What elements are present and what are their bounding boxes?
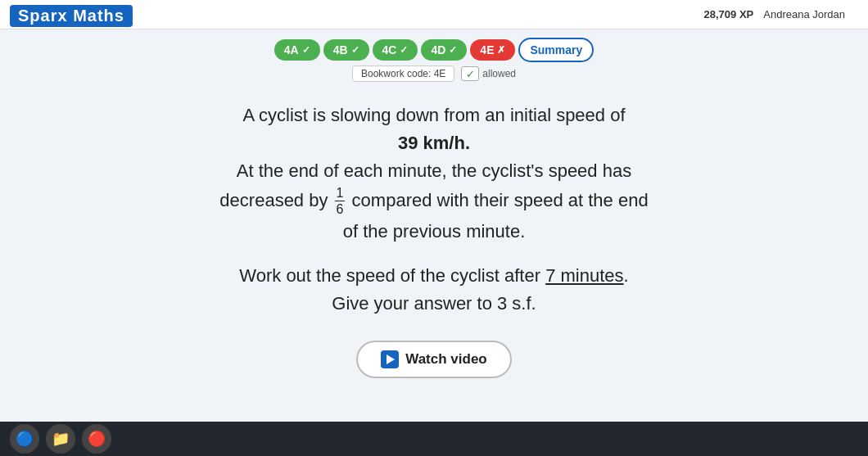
fraction-numerator: 1 bbox=[335, 185, 346, 201]
main-content: A cyclist is slowing down from an initia… bbox=[0, 82, 868, 378]
problem-line4-pre: decreased by bbox=[219, 190, 328, 210]
tab-4C-check: ✓ bbox=[400, 44, 408, 56]
tab-4C-label: 4C bbox=[382, 43, 397, 56]
bookwork-code: Bookwork code: 4E bbox=[352, 65, 454, 82]
tab-4C[interactable]: 4C ✓ bbox=[373, 39, 418, 61]
problem-text: A cyclist is slowing down from an initia… bbox=[219, 102, 648, 246]
tab-4B-check: ✓ bbox=[351, 44, 359, 56]
allowed-label: allowed bbox=[482, 68, 516, 79]
tab-4E-check: ✗ bbox=[497, 44, 505, 56]
user-display: Andreana Jordan bbox=[763, 8, 845, 20]
tab-summary[interactable]: Summary bbox=[518, 38, 594, 62]
problem-line4-post: compared with their speed at the end bbox=[352, 190, 649, 210]
question-line1: Work out the speed of the cyclist after … bbox=[239, 265, 628, 286]
tab-4B[interactable]: 4B ✓ bbox=[323, 39, 369, 61]
taskbar-btn-3[interactable]: 🔴 bbox=[82, 424, 111, 454]
problem-line3: At the end of each minute, the cyclist's… bbox=[237, 160, 631, 181]
taskbar-btn-1[interactable]: 🔵 bbox=[10, 424, 39, 454]
tab-4A[interactable]: 4A ✓ bbox=[274, 39, 320, 61]
tab-4B-label: 4B bbox=[333, 43, 348, 56]
taskbar: 🔵 📁 🔴 bbox=[0, 422, 868, 456]
tab-4D-check: ✓ bbox=[449, 44, 457, 56]
taskbar-btn-2[interactable]: 📁 bbox=[46, 424, 75, 454]
logo[interactable]: Sparx Maths bbox=[10, 5, 133, 27]
tab-4D-label: 4D bbox=[431, 43, 445, 56]
problem-line1: A cyclist is slowing down from an initia… bbox=[242, 105, 625, 125]
fraction-denominator: 6 bbox=[335, 201, 346, 217]
logo-text: Sparx Maths bbox=[18, 7, 124, 25]
tab-4E[interactable]: 4E ✗ bbox=[470, 39, 515, 61]
problem-line2: 39 km/h. bbox=[398, 133, 470, 153]
bookwork-row: Bookwork code: 4E ✓ allowed bbox=[352, 65, 516, 82]
xp-display: 28,709 XP bbox=[704, 8, 754, 20]
tabs-row: 4A ✓ 4B ✓ 4C ✓ 4D ✓ 4E ✗ Summary bbox=[274, 38, 594, 62]
fraction-one-sixth: 1 6 bbox=[335, 185, 346, 217]
tab-summary-label: Summary bbox=[530, 43, 582, 56]
question-line2: Give your answer to 3 s.f. bbox=[332, 293, 536, 314]
play-icon bbox=[381, 350, 399, 368]
problem-line5: of the previous minute. bbox=[343, 221, 526, 242]
question-text: Work out the speed of the cyclist after … bbox=[239, 262, 628, 318]
top-nav: 4A ✓ 4B ✓ 4C ✓ 4D ✓ 4E ✗ Summary Bookwor… bbox=[0, 29, 868, 82]
tab-4A-check: ✓ bbox=[302, 44, 310, 56]
tab-4A-label: 4A bbox=[284, 43, 299, 56]
tab-4D[interactable]: 4D ✓ bbox=[421, 39, 467, 61]
play-triangle-icon bbox=[387, 354, 395, 364]
watch-video-label: Watch video bbox=[405, 351, 487, 368]
tab-4E-label: 4E bbox=[480, 43, 494, 56]
watch-video-button[interactable]: Watch video bbox=[356, 341, 512, 378]
calculator-icon: ✓ bbox=[461, 66, 479, 81]
allowed-badge: ✓ allowed bbox=[461, 66, 516, 81]
